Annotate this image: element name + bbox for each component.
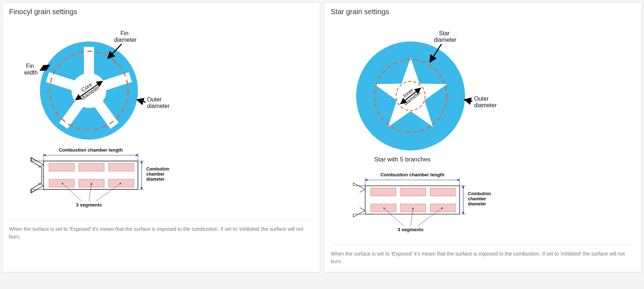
star-chamber-length-label: Combustion chamber length [380, 172, 444, 177]
finocyl-card: Finocyl grain settings [2, 2, 320, 272]
svg-rect-60 [430, 204, 456, 212]
separator [9, 220, 313, 220]
svg-line-46 [464, 100, 472, 101]
star-chamber-diagram: Combustion chamber length [349, 171, 501, 238]
svg-marker-52 [353, 210, 365, 217]
svg-line-15 [137, 100, 146, 102]
finocyl-fin-width-label: Fin [26, 63, 34, 69]
star-cross-section-diagram: Star diameter Inner diameter Outer [338, 29, 509, 154]
star-title: Star grain settings [324, 3, 641, 21]
finocyl-help-text: When the surface is set to 'Exposed' it'… [9, 225, 313, 241]
svg-line-54 [360, 208, 365, 210]
svg-text:Outer
              diameter: Outer diameter [474, 96, 497, 108]
finocyl-outer-diameter-label: Outer [147, 96, 162, 103]
svg-text:Outer
              diameter: Outer diameter [147, 96, 170, 109]
svg-rect-24 [49, 163, 74, 171]
finocyl-fin-diameter-label: Fin [121, 30, 129, 36]
svg-rect-56 [371, 204, 396, 212]
separator [331, 245, 635, 245]
star-card: Star grain settings [324, 2, 642, 272]
star-body: Star diameter Inner diameter Outer [324, 21, 641, 272]
finocyl-body: Fin diameter Fin width [3, 21, 320, 272]
svg-rect-28 [109, 163, 134, 171]
star-segments-label: 3 segments [398, 227, 424, 232]
svg-line-53 [360, 189, 365, 192]
svg-rect-25 [49, 179, 74, 187]
svg-rect-26 [79, 163, 104, 171]
svg-text:Fin
              width: Fin width [24, 63, 37, 76]
finocyl-title: Finocyl grain settings [3, 3, 320, 21]
finocyl-segments-label: 3 segments [76, 202, 102, 208]
finocyl-chamber-diameter-label: Combution [146, 166, 169, 172]
svg-rect-29 [109, 179, 134, 187]
star-chamber-diameter-label: Combution [468, 191, 491, 196]
star-caption: Star with 5 branches [374, 156, 431, 163]
svg-text:Fin
              diameter: Fin diameter [114, 30, 137, 43]
finocyl-chamber-length-label: Combustion chamber length [59, 147, 123, 153]
star-help-text: When the surface is set to 'Exposed' it'… [331, 250, 635, 265]
svg-text:Combution
              chambe: Combution chamber diameter [146, 166, 171, 182]
svg-text:Star
              diameter: Star diameter [434, 30, 457, 43]
star-diameter-label: Star [439, 30, 450, 36]
svg-text:Combution
              chambe: Combution chamber diameter [468, 191, 492, 206]
svg-rect-57 [400, 188, 426, 196]
svg-marker-51 [353, 183, 365, 189]
svg-rect-59 [430, 188, 456, 196]
svg-rect-55 [371, 188, 396, 196]
finocyl-cross-section-diagram: Fin diameter Fin width [16, 29, 176, 143]
finocyl-chamber-diagram: Combustion chamber length [27, 146, 180, 213]
star-outer-diameter-label: Outer [474, 96, 489, 102]
